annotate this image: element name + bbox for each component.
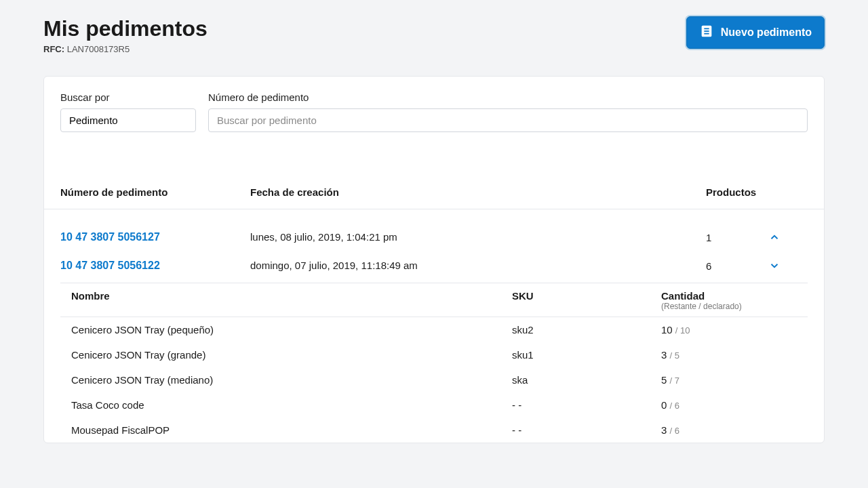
product-qty: 0 / 6 (661, 399, 797, 411)
product-qty: 10 / 10 (661, 324, 797, 336)
th-created: Fecha de creación (250, 186, 706, 198)
product-count: 1 (706, 232, 711, 243)
product-name: Tasa Coco code (71, 399, 512, 411)
search-num-input[interactable] (208, 108, 808, 132)
created-date: lunes, 08 julio, 2019, 1:04:21 pm (250, 231, 397, 243)
sub-row: Tasa Coco code - - 0 / 6 (60, 392, 808, 418)
pedimento-link[interactable]: 10 47 3807 5056127 (60, 231, 160, 243)
sth-qty-sub: (Restante / declarado) (661, 302, 797, 311)
product-name: Cenicero JSON Tray (grande) (71, 349, 512, 361)
subtable: Nombre SKU Cantidad (Restante / declarad… (60, 283, 808, 443)
product-qty: 3 / 5 (661, 349, 797, 361)
search-num-label: Número de pedimento (208, 92, 808, 103)
product-name: Cenicero JSON Tray (mediano) (71, 374, 512, 386)
table-row: 10 47 3807 5056122 domingo, 07 julio, 20… (44, 251, 824, 280)
product-qty: 5 / 7 (661, 374, 797, 386)
product-sku: sku2 (512, 324, 661, 336)
th-number: Número de pedimento (60, 186, 250, 198)
sth-qty: Cantidad (Restante / declarado) (661, 290, 797, 311)
created-date: domingo, 07 julio, 2019, 11:18:49 am (250, 260, 418, 271)
rfc-value: LAN7008173R5 (67, 44, 130, 54)
product-qty: 3 / 6 (661, 424, 797, 436)
chevron-down-icon[interactable] (768, 260, 781, 272)
rfc-label: RFC: (43, 44, 64, 54)
product-name: Mousepad FiscalPOP (71, 424, 512, 436)
sub-row: Cenicero JSON Tray (pequeño) sku2 10 / 1… (60, 317, 808, 342)
sth-name: Nombre (71, 290, 512, 302)
document-icon (699, 24, 714, 41)
table-header: Número de pedimento Fecha de creación Pr… (44, 174, 824, 209)
sub-row: Cenicero JSON Tray (mediano) ska 5 / 7 (60, 367, 808, 392)
new-pedimento-button[interactable]: Nuevo pedimento (686, 16, 825, 49)
search-by-select[interactable] (60, 108, 196, 132)
page-title: Mis pedimentos (43, 16, 208, 41)
product-count: 6 (706, 260, 711, 272)
rfc-line: RFC: LAN7008173R5 (43, 44, 208, 54)
th-products: Productos (706, 186, 808, 198)
sth-sku: SKU (512, 290, 661, 302)
product-sku: - - (512, 424, 661, 436)
product-sku: ska (512, 374, 661, 386)
product-name: Cenicero JSON Tray (pequeño) (71, 324, 512, 336)
sub-row: Cenicero JSON Tray (grande) sku1 3 / 5 (60, 342, 808, 367)
new-pedimento-label: Nuevo pedimento (721, 26, 812, 39)
chevron-up-icon[interactable] (768, 231, 781, 243)
search-by-label: Buscar por (60, 92, 196, 103)
product-sku: sku1 (512, 349, 661, 361)
sub-row: Mousepad FiscalPOP - - 3 / 6 (60, 418, 808, 443)
table-row: 10 47 3807 5056127 lunes, 08 julio, 2019… (44, 223, 824, 251)
pedimento-link[interactable]: 10 47 3807 5056122 (60, 260, 160, 271)
product-sku: - - (512, 399, 661, 411)
